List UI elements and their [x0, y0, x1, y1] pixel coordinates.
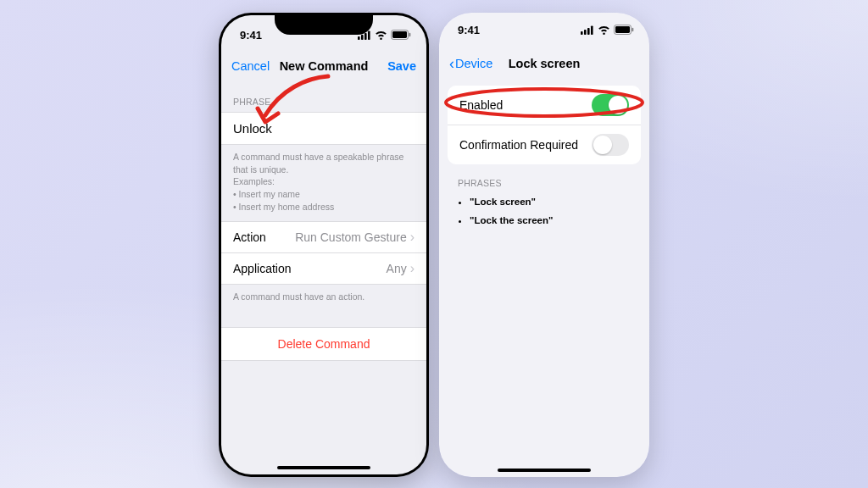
- application-cell[interactable]: Application Any ›: [221, 253, 426, 285]
- svg-rect-12: [615, 26, 630, 33]
- svg-rect-5: [392, 31, 407, 38]
- svg-rect-8: [584, 30, 587, 35]
- svg-rect-0: [358, 36, 360, 40]
- svg-rect-3: [368, 30, 370, 40]
- svg-rect-9: [587, 28, 590, 35]
- svg-rect-7: [581, 31, 583, 35]
- cellular-icon: [581, 25, 594, 35]
- phrase-section-header: PHRASE: [221, 83, 426, 112]
- phrase-note-line2: Examples:: [233, 176, 275, 186]
- application-label: Application: [233, 262, 292, 275]
- phrase-item: "Lock the screen": [470, 215, 644, 225]
- chevron-right-icon: ›: [410, 230, 415, 244]
- svg-rect-6: [409, 33, 411, 36]
- phrase-footer-note: A command must have a speakable phrase t…: [221, 145, 426, 221]
- action-label: Action: [233, 230, 266, 244]
- confirmation-label: Confirmation Required: [459, 138, 578, 152]
- phrase-value: Unlock: [233, 121, 272, 136]
- application-value-wrap: Any ›: [387, 262, 415, 275]
- phrase-item: "Lock screen": [470, 197, 644, 207]
- status-time: 9:41: [240, 29, 262, 42]
- status-time: 9:41: [458, 24, 480, 36]
- home-indicator[interactable]: [277, 466, 370, 469]
- phrase-input-cell[interactable]: Unlock: [221, 112, 426, 145]
- notch: [275, 13, 373, 35]
- application-value: Any: [387, 262, 407, 275]
- nav-bar: ‹ Device Lock screen: [439, 47, 649, 80]
- svg-rect-1: [361, 35, 364, 40]
- nav-bar: Cancel New Command Save: [221, 49, 426, 83]
- phone-pair: 9:41 Cancel New Command Save: [0, 13, 868, 477]
- nav-title: Lock screen: [509, 57, 581, 70]
- phrase-note-line3: • Insert my name: [233, 189, 300, 199]
- nav-title: New Command: [280, 59, 369, 73]
- action-cell[interactable]: Action Run Custom Gesture ›: [221, 221, 426, 253]
- enabled-switch[interactable]: [592, 94, 629, 116]
- phone-left: 9:41 Cancel New Command Save: [219, 13, 429, 477]
- screen-right: 9:41 ‹ Device Lo: [439, 13, 649, 477]
- chevron-right-icon: ›: [410, 262, 415, 275]
- screen-left: 9:41 Cancel New Command Save: [221, 15, 426, 474]
- battery-icon: [614, 25, 634, 35]
- phrases-list: "Lock screen" "Lock the screen": [439, 193, 649, 225]
- action-value-wrap: Run Custom Gesture ›: [295, 230, 415, 244]
- action-value: Run Custom Gesture: [295, 230, 407, 244]
- save-button[interactable]: Save: [387, 49, 416, 83]
- phone-right: 9:41 ‹ Device Lo: [439, 13, 649, 477]
- svg-rect-10: [591, 25, 593, 35]
- battery-icon: [391, 30, 411, 40]
- action-footer-note: A command must have an action.: [221, 285, 426, 312]
- delete-command-button[interactable]: Delete Command: [221, 327, 426, 361]
- chevron-left-icon: ‹: [449, 56, 454, 71]
- enabled-label: Enabled: [459, 98, 503, 112]
- svg-rect-2: [364, 33, 367, 40]
- back-label: Device: [455, 57, 492, 70]
- confirmation-cell: Confirmation Required: [448, 125, 641, 164]
- wifi-icon: [598, 25, 610, 35]
- svg-rect-13: [632, 28, 634, 31]
- confirmation-switch[interactable]: [592, 134, 629, 156]
- status-icons: [581, 25, 634, 35]
- phrase-note-line4: • Insert my home address: [233, 202, 334, 212]
- phrase-note-line1: A command must have a speakable phrase t…: [233, 152, 403, 175]
- home-indicator[interactable]: [498, 469, 591, 472]
- wifi-icon: [375, 30, 387, 40]
- enabled-cell: Enabled: [448, 86, 641, 125]
- phrases-section-header: PHRASES: [439, 164, 649, 193]
- status-bar: 9:41: [439, 13, 649, 47]
- back-button[interactable]: ‹ Device: [449, 47, 492, 80]
- cancel-button[interactable]: Cancel: [231, 49, 270, 83]
